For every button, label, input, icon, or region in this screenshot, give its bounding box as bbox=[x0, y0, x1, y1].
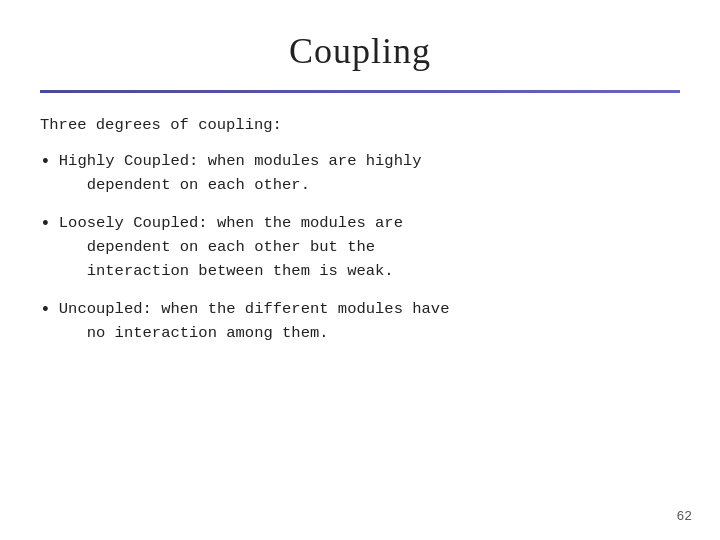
bullet-dot-2: • bbox=[40, 212, 51, 237]
title-divider bbox=[40, 90, 680, 93]
page-number: 62 bbox=[676, 509, 692, 524]
bullet-dot-1: • bbox=[40, 150, 51, 175]
slide-title: Coupling bbox=[40, 30, 680, 72]
bullet-item-2: • Loosely Coupled: when the modules are … bbox=[40, 211, 680, 283]
bullet-item-3: • Uncoupled: when the different modules … bbox=[40, 297, 680, 345]
bullet-dot-3: • bbox=[40, 298, 51, 323]
slide-container: Coupling Three degrees of coupling: • Hi… bbox=[0, 0, 720, 540]
bullet-text-3: Uncoupled: when the different modules ha… bbox=[59, 297, 450, 345]
bullet-item-1: • Highly Coupled: when modules are highl… bbox=[40, 149, 680, 197]
bullet-text-1: Highly Coupled: when modules are highly … bbox=[59, 149, 422, 197]
bullet-text-2: Loosely Coupled: when the modules are de… bbox=[59, 211, 403, 283]
intro-text: Three degrees of coupling: bbox=[40, 113, 680, 137]
slide-content: Three degrees of coupling: • Highly Coup… bbox=[40, 113, 680, 345]
bullet-list: • Highly Coupled: when modules are highl… bbox=[40, 149, 680, 345]
